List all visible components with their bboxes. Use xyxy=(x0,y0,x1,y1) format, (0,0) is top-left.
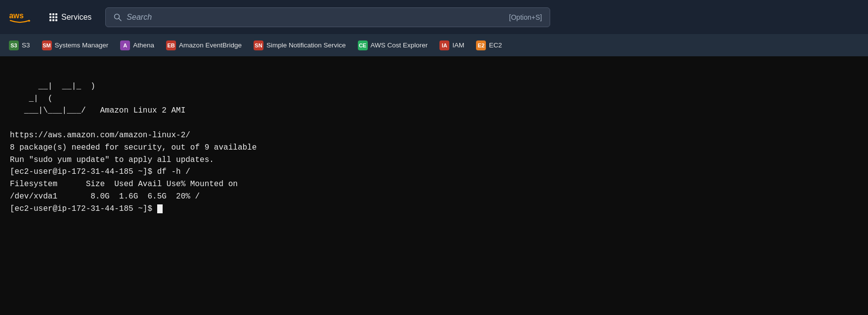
bookmarks-bar: S3S3SMSystems ManagerAAthenaEBAmazon Eve… xyxy=(0,34,868,56)
services-label: Services xyxy=(61,13,91,22)
bookmark-item-simple-notification-service[interactable]: SNSimple Notification Service xyxy=(249,39,351,52)
bookmark-item-iam[interactable]: IAIAM xyxy=(434,39,469,52)
ec2-icon: E2 xyxy=(476,40,486,50)
search-icon xyxy=(114,13,122,21)
services-button[interactable]: Services xyxy=(42,9,99,26)
bookmark-item-ec2[interactable]: E2EC2 xyxy=(471,39,507,52)
bookmark-item-amazon-eventbridge[interactable]: EBAmazon EventBridge xyxy=(161,39,247,52)
search-bar[interactable]: [Option+S] xyxy=(105,7,550,27)
ascii-art: __| __|_ ) _| ( ___|\___|___/ Amazon Lin… xyxy=(10,82,185,116)
s3-icon: S3 xyxy=(9,40,19,50)
bookmark-item-systems-manager[interactable]: SMSystems Manager xyxy=(37,39,114,52)
fs-data: /dev/xvda1 8.0G 1.6G 6.5G 20% / xyxy=(10,192,200,201)
athena-icon: A xyxy=(120,40,130,50)
systems-manager-label: Systems Manager xyxy=(55,41,109,49)
bookmark-item-aws-cost-explorer[interactable]: CEAWS Cost Explorer xyxy=(353,39,433,52)
s3-label: S3 xyxy=(22,41,30,49)
iam-icon: IA xyxy=(439,40,449,50)
simple-notification-service-label: Simple Notification Service xyxy=(266,41,346,49)
systems-manager-icon: SM xyxy=(42,40,52,50)
grid-icon xyxy=(49,13,57,21)
aws-logo[interactable]: aws xyxy=(8,5,32,29)
terminal[interactable]: __| __|_ ) _| ( ___|\___|___/ Amazon Lin… xyxy=(0,56,868,315)
amazon-eventbridge-label: Amazon EventBridge xyxy=(179,41,242,49)
url-line: https://aws.amazon.com/amazon-linux-2/ xyxy=(10,131,190,140)
aws-cost-explorer-label: AWS Cost Explorer xyxy=(371,41,428,49)
update-message: Run "sudo yum update" to apply all updat… xyxy=(10,156,214,164)
command-df: [ec2-user@ip-172-31-44-185 ~]$ df -h / xyxy=(10,167,190,176)
aws-cost-explorer-icon: CE xyxy=(358,40,368,50)
cursor xyxy=(157,204,163,213)
top-nav: aws Services [Option+S] xyxy=(0,0,868,34)
amazon-eventbridge-icon: EB xyxy=(166,40,176,50)
iam-label: IAM xyxy=(452,41,464,49)
security-message: 8 package(s) needed for security, out of… xyxy=(10,143,257,152)
bookmark-item-s3[interactable]: S3S3 xyxy=(4,39,35,52)
prompt-final: [ec2-user@ip-172-31-44-185 ~]$ xyxy=(10,204,157,213)
svg-line-3 xyxy=(119,18,122,21)
search-shortcut: [Option+S] xyxy=(509,13,542,21)
simple-notification-service-icon: SN xyxy=(254,40,263,50)
bookmark-item-athena[interactable]: AAthena xyxy=(115,39,159,52)
ec2-label: EC2 xyxy=(489,41,502,49)
search-input[interactable] xyxy=(127,13,504,22)
athena-label: Athena xyxy=(133,41,154,49)
svg-text:aws: aws xyxy=(9,11,24,19)
fs-header: Filesystem Size Used Avail Use% Mounted … xyxy=(10,180,238,189)
svg-marker-1 xyxy=(29,19,31,22)
